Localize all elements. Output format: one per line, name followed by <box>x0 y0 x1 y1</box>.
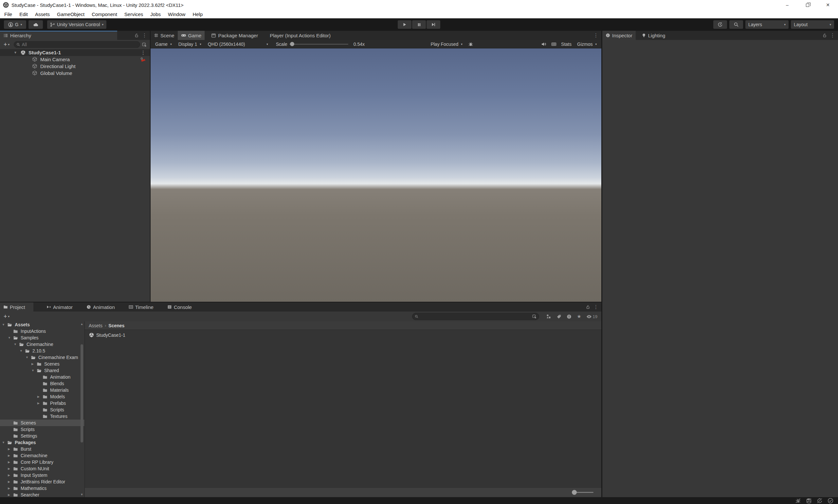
foldout-arrow-icon[interactable]: ▼ <box>25 356 31 359</box>
menu-item[interactable]: Services <box>121 10 147 18</box>
panel-menu-icon[interactable]: ⋮ <box>593 32 599 38</box>
lock-icon[interactable] <box>822 33 827 38</box>
account-dropdown[interactable]: G ▾ <box>4 20 26 29</box>
project-tree-row[interactable]: InputActions <box>0 328 85 335</box>
hierarchy-row[interactable]: Global Volume <box>0 70 150 76</box>
menu-item[interactable]: GameObject <box>53 10 88 18</box>
breadcrumb-root[interactable]: Assets <box>89 323 103 328</box>
thumbnail-size-thumb[interactable] <box>572 490 577 495</box>
foldout-arrow-icon[interactable]: ▶ <box>8 480 13 483</box>
hierarchy-row[interactable]: Main Camera <box>0 56 150 63</box>
create-asset-button[interactable]: + ▾ <box>2 313 11 320</box>
menu-item[interactable]: Component <box>88 10 121 18</box>
foldout-arrow-icon[interactable]: ▼ <box>14 343 19 346</box>
hierarchy-search-input[interactable] <box>22 42 138 47</box>
stats-button[interactable]: Stats <box>559 40 574 49</box>
row-menu-icon[interactable] <box>141 50 146 56</box>
menu-item[interactable]: Jobs <box>147 10 164 18</box>
project-tree-row[interactable]: ▼ Packages <box>0 439 85 446</box>
tab-lighting[interactable]: Lighting <box>638 31 669 40</box>
play-button[interactable] <box>398 20 411 29</box>
scrollbar-thumb[interactable] <box>81 344 83 443</box>
minimize-button[interactable]: – <box>777 0 798 10</box>
bug-disabled-icon[interactable] <box>795 498 801 504</box>
panel-menu-icon[interactable]: ⋮ <box>142 32 147 38</box>
project-tree-row[interactable]: ▶ Input System <box>0 472 85 479</box>
tab-inspector[interactable]: Inspector <box>602 31 636 40</box>
hidden-packages-button[interactable] <box>564 312 574 320</box>
foldout-arrow-icon[interactable]: ▶ <box>32 362 37 365</box>
project-tree-row[interactable]: ▼ Samples <box>0 335 85 341</box>
game-display-mode-dropdown[interactable]: Game ▾ <box>152 40 175 49</box>
foldout-arrow-icon[interactable]: ▶ <box>8 473 13 477</box>
project-tree-row[interactable]: ▶ JetBrains Rider Editor <box>0 479 85 485</box>
foldout-arrow-icon[interactable]: ▼ <box>2 323 7 326</box>
project-tree-row[interactable]: Materials <box>0 387 85 393</box>
search-picker-button[interactable] <box>140 40 148 49</box>
tab-project[interactable]: Project <box>0 302 33 311</box>
project-tree-row[interactable]: Blends <box>0 380 85 387</box>
thumbnail-size-slider[interactable] <box>572 492 593 493</box>
project-tree-row[interactable]: ▼ Cinemachine <box>0 341 85 347</box>
project-tree-row[interactable]: Scripts <box>0 407 85 413</box>
frame-debugger-button[interactable] <box>466 40 476 48</box>
hierarchy-row[interactable]: Directional Light <box>0 63 150 70</box>
foldout-arrow-icon[interactable]: ▼ <box>20 349 25 353</box>
search-by-label-button[interactable] <box>554 312 564 320</box>
foldout-arrow-icon[interactable]: ▼ <box>2 441 7 444</box>
mute-audio-button[interactable] <box>538 40 549 48</box>
project-tree-row[interactable]: Textures <box>0 413 85 419</box>
project-tree-row[interactable]: ▶ Searcher <box>0 491 85 497</box>
foldout-arrow-icon[interactable]: ▼ <box>14 51 20 54</box>
cloud-button[interactable] <box>29 20 43 29</box>
tab-scene[interactable]: Scene <box>150 31 178 40</box>
menu-item[interactable]: File <box>1 10 16 18</box>
foldout-arrow-icon[interactable]: ▶ <box>8 487 13 490</box>
tab-player-input-actions[interactable]: Player (Input Actions Editor) <box>266 31 334 40</box>
project-tree-row[interactable]: ▼ Shared <box>0 367 85 374</box>
close-button[interactable]: ✕ <box>818 0 838 10</box>
create-object-button[interactable]: + ▾ <box>2 41 11 48</box>
foldout-arrow-icon[interactable]: ▶ <box>8 447 13 451</box>
project-tree-row[interactable]: ▼ Assets <box>0 321 85 328</box>
project-search-input[interactable] <box>420 314 530 319</box>
foldout-arrow-icon[interactable]: ▶ <box>8 461 13 464</box>
tab-hierarchy[interactable]: Hierarchy <box>0 31 117 40</box>
visibility-count[interactable]: 19 <box>584 314 599 320</box>
foldout-arrow-icon[interactable]: ▶ <box>8 493 13 497</box>
breadcrumb-current[interactable]: Scenes <box>108 323 124 328</box>
project-tree-row[interactable]: Settings <box>0 433 85 439</box>
search-button[interactable] <box>729 20 743 29</box>
panel-menu-icon[interactable]: ⋮ <box>830 32 835 38</box>
lock-icon[interactable] <box>586 305 590 309</box>
project-tree-row[interactable]: ▼ Cinemachine Exam <box>0 354 85 361</box>
scroll-down-icon[interactable]: ▼ <box>79 493 84 496</box>
foldout-arrow-icon[interactable]: ▶ <box>8 454 13 457</box>
foldout-arrow-icon[interactable]: ▶ <box>37 395 42 398</box>
tree-scrollbar[interactable]: ▲ ▼ <box>79 321 84 497</box>
gizmos-dropdown[interactable]: Gizmos ▾ <box>574 40 600 49</box>
lock-icon[interactable] <box>134 33 139 38</box>
vsync-button[interactable] <box>549 40 559 48</box>
display-dropdown[interactable]: Display 1 ▾ <box>175 40 204 49</box>
menu-item[interactable]: Window <box>164 10 189 18</box>
project-tree-row[interactable]: ▶ Custom NUnit <box>0 465 85 472</box>
panel-menu-icon[interactable]: ⋮ <box>593 304 599 310</box>
asset-item[interactable]: StudyCase1-1 <box>89 332 161 338</box>
progress-ok-icon[interactable] <box>827 498 834 504</box>
search-by-type-button[interactable] <box>544 312 554 320</box>
foldout-arrow-icon[interactable]: ▶ <box>8 467 13 470</box>
cache-server-disconnected-icon[interactable] <box>806 498 812 504</box>
tab-game[interactable]: Game <box>178 31 205 40</box>
foldout-arrow-icon[interactable]: ▼ <box>32 369 37 372</box>
project-tree-row[interactable]: ▶ Scenes <box>0 361 85 367</box>
tab-timeline[interactable]: Timeline <box>128 302 154 311</box>
step-button[interactable] <box>427 20 440 29</box>
menu-item[interactable]: Assets <box>32 10 53 18</box>
project-tree-row[interactable]: ▶ Core RP Library <box>0 459 85 465</box>
layers-dropdown[interactable]: Layers ▾ <box>745 20 788 29</box>
menu-item[interactable]: Edit <box>16 10 32 18</box>
foldout-arrow-icon[interactable]: ▼ <box>8 336 13 339</box>
project-tree-row[interactable]: ▶ Mathematics <box>0 485 85 491</box>
scale-slider-thumb[interactable] <box>290 42 294 46</box>
